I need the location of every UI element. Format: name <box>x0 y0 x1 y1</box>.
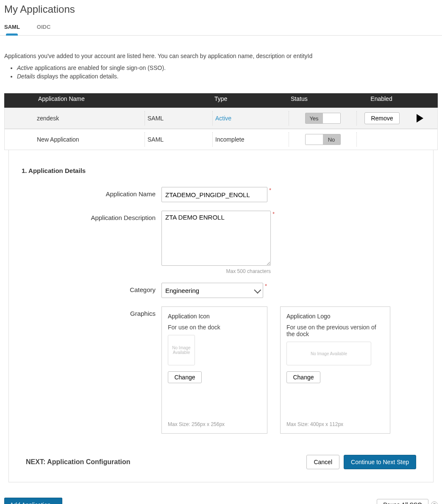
required-marker: * <box>267 187 271 193</box>
app-type: SAML <box>145 132 212 147</box>
category-label: Category <box>22 283 161 298</box>
remove-button[interactable]: Remove <box>364 112 399 124</box>
graphics-label: Graphics <box>22 306 161 434</box>
tab-oidc[interactable]: OIDC <box>37 24 51 35</box>
app-name: zendesk <box>34 115 145 122</box>
table-row[interactable]: zendesk SAML Active Yes Remove <box>4 108 438 129</box>
enabled-toggle[interactable]: Yes <box>289 111 356 125</box>
logo-hint: Max Size: 400px x 112px <box>286 409 384 427</box>
icon-hint: Max Size: 256px x 256px <box>168 409 261 427</box>
cancel-button[interactable]: Cancel <box>306 455 339 469</box>
no-image-icon: No Image Available <box>168 335 195 365</box>
bottom-bar: Add Application Pause All SSO ? <box>0 495 442 504</box>
icon-title: Application Icon <box>168 313 261 320</box>
app-logo-box: Application Logo For use on the previous… <box>280 306 390 434</box>
continue-button[interactable]: Continue to Next Step <box>344 455 416 469</box>
app-name-label: Application Name <box>22 187 161 202</box>
logo-sub: For use on the previous version of the d… <box>286 324 384 337</box>
app-status: Incomplete <box>212 132 289 147</box>
app-name-input[interactable] <box>161 187 267 202</box>
protocol-tabs: SAML OIDC <box>0 15 442 36</box>
table-header: Application Name Type Status Enabled <box>4 93 438 108</box>
section-title: 1. Application Details <box>22 167 420 174</box>
no-image-icon: No Image Available <box>286 342 371 365</box>
col-name: Application Name <box>4 95 144 102</box>
logo-title: Application Logo <box>286 313 384 320</box>
table-row[interactable]: New Application SAML Incomplete No <box>4 129 438 150</box>
app-name: New Application <box>34 136 145 143</box>
change-logo-button[interactable]: Change <box>286 371 320 383</box>
next-step-label: NEXT: Application Configuration <box>26 458 131 466</box>
expand-icon[interactable] <box>417 114 423 123</box>
required-marker: * <box>271 211 275 266</box>
add-application-button[interactable]: Add Application <box>4 498 62 504</box>
enabled-toggle[interactable]: No <box>289 132 356 147</box>
page-title: My Applications <box>0 0 442 15</box>
app-icon-box: Application Icon For use on the dock No … <box>161 306 267 434</box>
tab-saml[interactable]: SAML <box>4 24 20 35</box>
app-desc-label: Application Description <box>22 211 161 274</box>
col-status: Status <box>288 95 356 102</box>
desc-hint: Max 500 characters <box>161 268 271 274</box>
category-select[interactable]: Engineering <box>161 283 263 298</box>
col-enabled: Enabled <box>356 95 407 102</box>
change-icon-button[interactable]: Change <box>168 371 202 383</box>
required-marker: * <box>263 283 267 289</box>
applications-table: Application Name Type Status Enabled zen… <box>4 93 438 482</box>
app-status: Active <box>212 111 289 125</box>
app-type: SAML <box>145 111 212 125</box>
col-type: Type <box>212 95 288 102</box>
intro-text: Applications you've added to your accoun… <box>0 36 442 89</box>
pause-sso-button[interactable]: Pause All SSO <box>377 499 428 504</box>
intro-bullet: Active applications are enabled for sing… <box>17 64 438 72</box>
intro-description: Applications you've added to your accoun… <box>4 53 438 59</box>
app-desc-input[interactable]: ZTA DEMO ENROLL <box>161 211 271 266</box>
application-details: 1. Application Details Application Name … <box>8 150 434 482</box>
icon-sub: For use on the dock <box>168 324 261 331</box>
help-icon[interactable]: ? <box>431 501 438 504</box>
intro-bullet: Details displays the application details… <box>17 72 438 81</box>
